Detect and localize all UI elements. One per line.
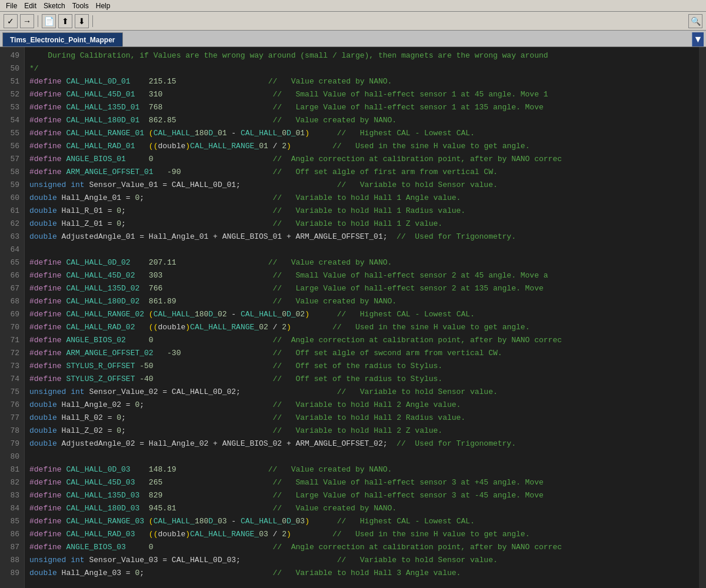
line-number: 55 xyxy=(0,127,19,140)
keyword: double xyxy=(29,193,57,202)
define-value: 861.89 xyxy=(149,297,176,306)
line-number: 81 xyxy=(0,463,19,476)
line-number: 86 xyxy=(0,528,19,541)
code-line: During Calibration, if Values are the wr… xyxy=(29,49,706,62)
upload-button[interactable]: → xyxy=(20,14,34,28)
define-value: 265 xyxy=(149,478,162,487)
new-button[interactable]: 📄 xyxy=(42,14,56,28)
keyword: double xyxy=(29,569,57,577)
define-keyword: #define xyxy=(29,375,66,383)
code-editor[interactable]: 4950515253545556575859606162636465666768… xyxy=(0,47,706,588)
define-value: 766 xyxy=(149,284,162,293)
menu-tools[interactable]: Tools xyxy=(69,1,92,11)
define-value: 862.85 xyxy=(149,116,176,125)
number-literal: 0 xyxy=(116,413,121,422)
editor-tab[interactable]: Tims_Electronic_Point_Mapper xyxy=(2,32,123,46)
define-keyword: #define xyxy=(29,478,66,487)
inline-comment: // Used for Trigonometry. xyxy=(397,439,516,448)
code-line: unsigned int Sensor_Value_03 = CAL_HALL_… xyxy=(29,554,706,567)
keyword: double xyxy=(29,232,57,241)
define-value: -90 xyxy=(167,168,181,176)
code-line: #define ANGLE_BIOS_02 0 // Angle correct… xyxy=(29,334,706,347)
inline-comment: // Variable to hold Hall 2 Z value. xyxy=(273,426,443,435)
line-number: 59 xyxy=(0,179,19,192)
define-identifier: CAL_HALL_180D_01 xyxy=(66,116,139,125)
code-line: #define CAL_HALL_0D_01 215.15 // Value c… xyxy=(29,75,706,88)
define-value: 303 xyxy=(149,271,162,280)
define-value: 215.15 xyxy=(149,77,176,86)
code-line xyxy=(29,243,706,256)
menubar: File Edit Sketch Tools Help xyxy=(0,0,706,12)
inline-comment: // Off set algle of swcond arm from vert… xyxy=(273,349,502,358)
menu-edit[interactable]: Edit xyxy=(21,1,40,11)
define-identifier: CAL_HALL_45D_01 xyxy=(66,90,135,99)
define-keyword: #define xyxy=(29,116,66,125)
code-line: #define CAL_HALL_180D_01 862.85 // Value… xyxy=(29,114,706,127)
keyword: unsigned xyxy=(29,181,66,189)
menu-file[interactable]: File xyxy=(2,1,21,11)
vertical-scrollbar[interactable] xyxy=(699,47,706,588)
verify-button[interactable]: ✓ xyxy=(4,14,18,28)
code-line: #define CAL_HALL_RAD_03 ((double)CAL_HAL… xyxy=(29,528,706,541)
define-value: 148.19 xyxy=(149,465,176,474)
code-line: #define CAL_HALL_RAD_01 ((double)CAL_HAL… xyxy=(29,140,706,153)
define-identifier: CAL_HALL_RANGE_02 xyxy=(66,310,144,319)
line-number: 63 xyxy=(0,230,19,243)
inline-comment: // Highest CAL - Lowest CAL. xyxy=(337,310,475,319)
define-identifier: CAL_HALL_0D_01 xyxy=(66,77,130,86)
menu-help[interactable]: Help xyxy=(92,1,114,11)
define-value: 0 xyxy=(149,336,154,345)
code-line: double Hall_R_01 = 0; // Variable to hol… xyxy=(29,205,706,218)
define-identifier: CAL_HALL_RANGE_01 xyxy=(66,129,144,138)
serial-monitor-button[interactable]: 🔍 xyxy=(688,14,702,28)
define-identifier: ARM_ANGLE_OFFSET_01 xyxy=(66,168,153,176)
save-button[interactable]: ⬇ xyxy=(75,14,89,28)
menu-sketch[interactable]: Sketch xyxy=(40,1,69,11)
code-line: */ xyxy=(29,62,706,75)
define-identifier: STYLUS_Z_OFFSET xyxy=(66,375,135,383)
code-line: #define ANGLE_BIOS_03 0 // Angle correct… xyxy=(29,541,706,554)
line-number: 53 xyxy=(0,101,19,114)
inline-comment: // Large Value of hall-effect sensor 1 a… xyxy=(273,103,544,112)
code-line: #define CAL_HALL_135D_03 829 // Large Va… xyxy=(29,489,706,502)
inline-comment: // Value created by NANO. xyxy=(273,297,397,306)
line-number: 67 xyxy=(0,282,19,295)
keyword: double xyxy=(29,439,57,448)
inline-comment: // Variable to hold Hall 3 Angle value. xyxy=(273,569,461,577)
inline-comment: // Variable to hold Hall 1 Radius value. xyxy=(273,206,466,215)
line-number: 49 xyxy=(0,49,19,62)
code-line: #define CAL_HALL_180D_03 945.81 // Value… xyxy=(29,502,706,515)
line-number: 52 xyxy=(0,88,19,101)
inline-comment: // Variable to hold Sensor value. xyxy=(337,556,498,564)
open-button[interactable]: ⬆ xyxy=(58,14,72,28)
line-number: 62 xyxy=(0,218,19,230)
inline-comment: // Value created by NANO. xyxy=(268,465,392,474)
keyword: double xyxy=(29,413,57,422)
number-literal: 0 xyxy=(135,569,139,577)
define-identifier: CAL_HALL_45D_02 xyxy=(66,271,135,280)
define-value: 829 xyxy=(149,491,162,500)
number-literal: 0 xyxy=(116,206,121,215)
define-value: -40 xyxy=(139,375,153,383)
define-keyword: #define xyxy=(29,349,66,358)
number-literal: 0 xyxy=(135,400,139,409)
code-content[interactable]: During Calibration, if Values are the wr… xyxy=(25,47,706,588)
keyword: double xyxy=(29,206,57,215)
code-line: double Hall_Z_02 = 0; // Variable to hol… xyxy=(29,425,706,437)
code-line: #define CAL_HALL_45D_02 303 // Small Val… xyxy=(29,269,706,282)
line-number: 50 xyxy=(0,62,19,75)
line-number: 74 xyxy=(0,373,19,386)
define-value: 945.81 xyxy=(149,504,176,513)
line-number: 80 xyxy=(0,450,19,463)
line-number: 73 xyxy=(0,360,19,373)
line-number: 66 xyxy=(0,269,19,282)
line-number: 79 xyxy=(0,437,19,450)
define-identifier: CAL_HALL_180D_03 xyxy=(66,504,139,513)
tab-dropdown-button[interactable]: ▼ xyxy=(692,32,704,46)
inline-comment: // Large Value of hall-effect sensor 3 a… xyxy=(273,491,544,500)
line-number: 60 xyxy=(0,192,19,205)
inline-comment: // Large Value of hall-effect sensor 2 a… xyxy=(273,284,544,293)
inline-comment: // Variable to hold Hall 1 Z value. xyxy=(273,219,443,228)
line-number: 76 xyxy=(0,399,19,412)
define-keyword: #define xyxy=(29,90,66,99)
